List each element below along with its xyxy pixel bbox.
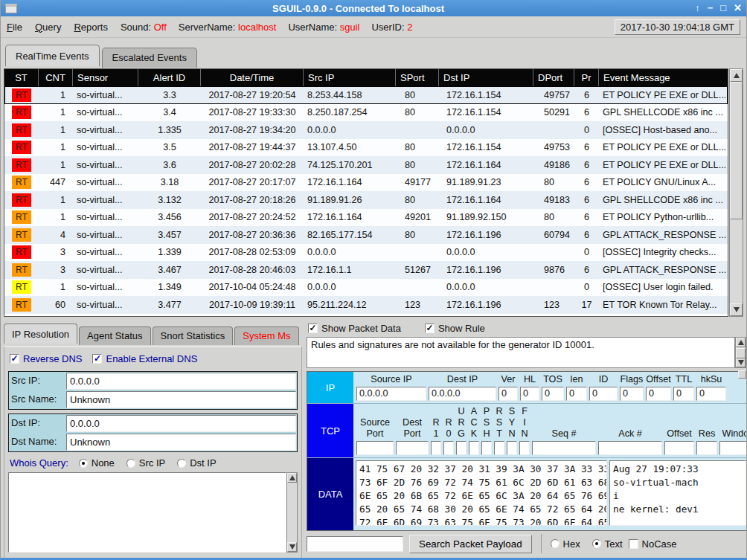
scrollbar-thumb[interactable] <box>736 348 746 358</box>
event-row[interactable]: RT 4 so-virtual... 3.457 2017-08-27 20:3… <box>4 226 728 244</box>
scroll-up-icon[interactable] <box>730 69 743 82</box>
menu-file[interactable]: File <box>7 22 22 33</box>
column-header-event-message[interactable]: Event Message <box>599 69 728 86</box>
column-header-sensor[interactable]: Sensor <box>73 69 138 86</box>
ip-value-hksu[interactable]: 0 <box>696 387 726 401</box>
minimize-button[interactable]: − <box>708 3 714 13</box>
nocase-checkbox[interactable]: NoCase <box>629 538 677 550</box>
event-row[interactable]: RT 447 so-virtual... 3.18 2017-08-27 20:… <box>4 174 728 192</box>
scroll-down-icon[interactable] <box>287 542 297 552</box>
radio-text[interactable]: Text <box>592 538 623 550</box>
event-row[interactable]: RT 1 so-virtual... 3.456 2017-08-27 20:2… <box>4 209 728 227</box>
payload-ascii-pane[interactable]: Aug 27 19:07:33 so-virtual-mach i ne ker… <box>609 460 746 526</box>
search-packet-payload-button[interactable]: Search Packet Payload <box>409 535 532 553</box>
panel-tab-ip-resolution[interactable]: IP Resolution <box>4 324 77 344</box>
tcp-value-syn[interactable] <box>507 441 517 455</box>
column-header-alert-id[interactable]: Alert ID <box>138 69 201 86</box>
rollup-button[interactable]: ↑ <box>695 3 700 13</box>
tcp-value-res[interactable] <box>696 441 717 455</box>
column-header-dport[interactable]: DPort <box>533 69 574 86</box>
ip-value-id[interactable]: 0 <box>589 387 618 401</box>
event-row[interactable]: RT 1 so-virtual... 1.335 2017-08-27 19:3… <box>4 121 728 139</box>
tab-escalated-events[interactable]: Escalated Events <box>102 48 197 68</box>
checkbox-show-rule[interactable]: ✓Show Rule <box>425 323 485 334</box>
event-row[interactable]: RT 3 so-virtual... 1.339 2017-08-28 02:5… <box>4 244 728 262</box>
column-header-st[interactable]: ST <box>4 69 39 86</box>
tab-realtime-events[interactable]: RealTime Events <box>5 45 100 66</box>
ip-value-ver[interactable]: 0 <box>498 387 518 401</box>
panel-tab-snort-statistics[interactable]: Snort Statistics <box>153 326 234 345</box>
ip-value-offset[interactable]: 0 <box>646 387 671 401</box>
radio-src-ip[interactable]: Src IP <box>126 457 165 469</box>
menu-reports[interactable]: Reports <box>74 22 108 33</box>
field-src-ip[interactable]: 0.0.0.0 <box>66 373 296 390</box>
event-row[interactable]: RT 1 so-virtual... 3.6 2017-08-27 20:02:… <box>4 156 728 174</box>
whois-scrollbar[interactable] <box>286 472 298 553</box>
tcp-value-urg[interactable] <box>456 441 467 455</box>
checkbox-enable-external-dns[interactable]: ✓Enable External DNS <box>92 353 197 364</box>
field-label-dst-name: Dst Name: <box>9 433 65 451</box>
maximize-button[interactable]: □ <box>720 3 726 13</box>
radio-none[interactable]: None <box>79 457 115 469</box>
scroll-down-icon[interactable] <box>730 303 743 316</box>
tcp-value-r0[interactable] <box>443 441 454 455</box>
column-header-src-ip[interactable]: Src IP <box>304 69 396 86</box>
resize-grip[interactable] <box>738 370 746 379</box>
close-button[interactable]: ✕ <box>734 3 742 13</box>
rule-text-box[interactable]: Rules and signatures are not available f… <box>307 337 735 368</box>
scroll-down-icon[interactable] <box>736 358 746 367</box>
scrollbar-thumb[interactable] <box>730 82 743 219</box>
column-header-cnt[interactable]: CNT <box>39 69 73 86</box>
ip-value-len[interactable]: 0 <box>566 387 587 401</box>
field-dst-name[interactable]: Unknown <box>66 434 296 451</box>
ip-value-dest-ip[interactable]: 0.0.0.0 <box>429 387 496 401</box>
whois-result-textarea[interactable] <box>8 472 286 553</box>
payload-search-input[interactable] <box>307 536 403 552</box>
tcp-value-fin[interactable] <box>519 441 530 455</box>
panel-tab-agent-status[interactable]: Agent Status <box>79 326 150 345</box>
column-header-sport[interactable]: SPort <box>396 69 439 86</box>
tcp-value-window[interactable] <box>719 441 746 455</box>
field-dst-ip[interactable]: 0.0.0.0 <box>66 415 296 432</box>
radio-hex[interactable]: Hex <box>551 538 580 550</box>
panel-tab-system-ms[interactable]: System Ms <box>234 326 298 345</box>
checkbox-show-packet-data[interactable]: ✓Show Packet Data <box>308 323 401 334</box>
scroll-up-icon[interactable] <box>287 473 297 483</box>
radio-dst-ip[interactable]: Dst IP <box>177 457 216 469</box>
checkbox-icon: ✓ <box>425 324 435 333</box>
rule-scrollbar[interactable] <box>735 337 746 368</box>
column-header-dst-ip[interactable]: Dst IP <box>439 69 533 86</box>
ip-value-source-ip[interactable]: 0.0.0.0 <box>356 387 426 401</box>
tcp-value-offset[interactable] <box>664 441 694 455</box>
event-row[interactable]: RT 1 so-virtual... 3.5 2017-08-27 19:44:… <box>4 139 728 157</box>
payload-hex-pane[interactable]: 41 75 67 20 32 37 20 31 39 3A 30 37 3A 3… <box>356 460 607 526</box>
tcp-value-ack[interactable] <box>598 441 662 455</box>
event-row[interactable]: RT 1 so-virtual... 3.3 2017-08-27 19:20:… <box>4 86 728 104</box>
ip-value-hl[interactable]: 0 <box>520 387 539 401</box>
tcp-value-r1[interactable] <box>431 441 441 455</box>
menu-query[interactable]: Query <box>35 22 61 33</box>
event-row[interactable]: RT 3 so-virtual... 3.467 2017-08-28 20:4… <box>4 261 728 279</box>
tcp-value-ack[interactable] <box>469 441 479 455</box>
tcp-value-dest-port[interactable] <box>396 441 429 455</box>
ip-value-flags[interactable]: 0 <box>620 387 644 401</box>
tcp-value-source-port[interactable] <box>356 441 394 455</box>
tcp-value-seq[interactable] <box>532 441 596 455</box>
window-icon <box>5 4 17 13</box>
scroll-up-icon[interactable] <box>736 338 746 347</box>
checkbox-reverse-dns[interactable]: ✓Reverse DNS <box>10 353 82 364</box>
ip-value-ttl[interactable]: 0 <box>673 387 694 401</box>
column-header-pr[interactable]: Pr <box>574 69 599 86</box>
event-row[interactable]: RT 60 so-virtual... 3.477 2017-10-09 19:… <box>4 296 728 314</box>
tcp-col-urg: U R G <box>456 406 467 455</box>
tcp-value-rst[interactable] <box>494 441 504 455</box>
event-row[interactable]: RT 1 so-virtual... 3.132 2017-08-27 20:1… <box>4 191 728 209</box>
field-src-name[interactable]: Unknown <box>66 391 296 408</box>
tcp-col-rst: R S T <box>494 406 504 455</box>
tcp-value-psh[interactable] <box>481 441 492 455</box>
events-scrollbar[interactable] <box>729 68 743 317</box>
ip-value-tos[interactable]: 0 <box>542 387 564 401</box>
event-row[interactable]: RT 1 so-virtual... 1.349 2017-10-04 05:2… <box>4 279 728 297</box>
column-header-date-time[interactable]: Date/Time <box>201 69 304 86</box>
event-row[interactable]: RT 1 so-virtual... 3.4 2017-08-27 19:33:… <box>4 104 728 122</box>
